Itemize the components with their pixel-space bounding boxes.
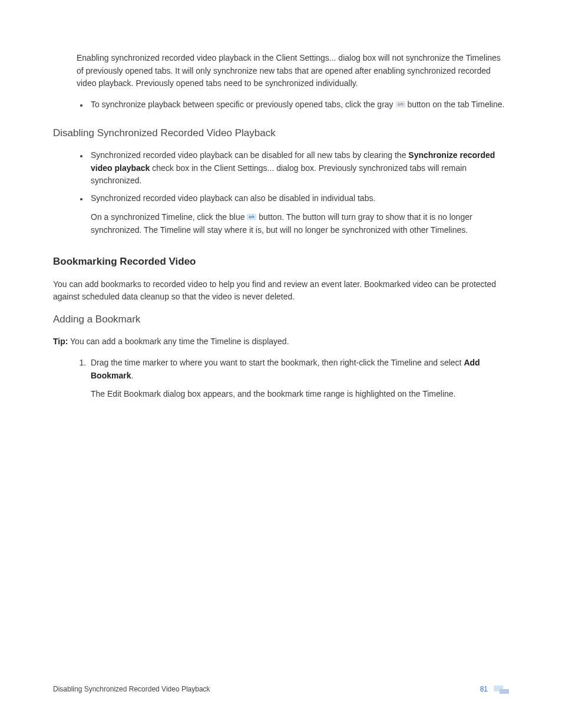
list-item: To synchronize playback between specific… [88,98,509,111]
tip-label: Tip: [53,337,68,346]
section-heading-disabling: Disabling Synchronized Recorded Video Pl… [53,126,509,141]
list-item: Synchronized recorded video playback can… [88,149,509,187]
intro-bullet-list: To synchronize playback between specific… [88,98,509,111]
text-fragment: Drag the time marker to where you want t… [91,358,464,367]
page-footer: Disabling Synchronized Recorded Video Pl… [53,684,509,695]
list-item: Drag the time marker to where you want t… [88,357,509,401]
steps-list: Drag the time marker to where you want t… [88,357,509,401]
footer-section-title: Disabling Synchronized Recorded Video Pl… [53,684,210,695]
bookmark-intro-paragraph: You can add bookmarks to recorded video … [53,278,509,304]
sync-link-icon [247,213,256,220]
text-fragment: button on the tab Timeline. [405,100,505,109]
tip-paragraph: Tip: You can add a bookmark any time the… [53,335,509,348]
brand-logo-icon [494,686,509,694]
footer-right: 81 [480,684,509,695]
disable-bullet-list: Synchronized recorded video playback can… [88,149,509,236]
document-body: Enabling synchronized recorded video pla… [53,52,509,401]
sync-link-icon [396,101,405,108]
list-item-paragraph: On a synchronized Timeline, click the bl… [91,211,509,236]
step-result-paragraph: The Edit Bookmark dialog box appears, an… [91,388,509,401]
section-heading-adding-bookmark: Adding a Bookmark [53,312,509,327]
text-fragment: Synchronized recorded video playback can… [91,193,375,203]
text-fragment: On a synchronized Timeline, click the bl… [91,212,247,222]
list-item: Synchronized recorded video playback can… [88,192,509,236]
text-fragment: . [131,371,133,380]
tip-text: You can add a bookmark any time the Time… [68,337,289,346]
text-fragment: Synchronized recorded video playback can… [91,150,408,160]
text-fragment: To synchronize playback between specific… [91,100,396,109]
intro-paragraph: Enabling synchronized recorded video pla… [77,52,509,90]
page-number: 81 [480,684,488,695]
section-heading-bookmarking: Bookmarking Recorded Video [53,254,509,269]
